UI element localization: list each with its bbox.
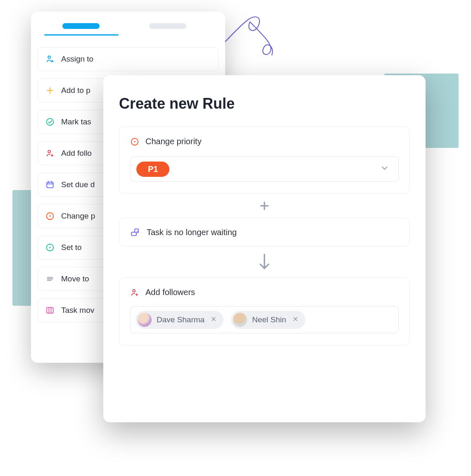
tab-inactive[interactable] — [149, 23, 186, 29]
set-to-icon — [45, 243, 55, 252]
action-label: Task mov — [61, 306, 94, 315]
tabs-bar — [38, 23, 219, 29]
change-priority-card: Change priority P1 — [119, 126, 410, 194]
svg-point-2 — [48, 150, 50, 153]
priority-select[interactable]: P1 — [130, 156, 399, 182]
avatar — [138, 313, 152, 327]
action-label: Move to — [61, 274, 89, 283]
calendar-icon — [45, 180, 55, 189]
action-label: Add to p — [61, 86, 90, 95]
add-followers-label: Add followers — [145, 288, 195, 297]
task-status-card[interactable]: Task is no longer waiting — [119, 218, 410, 247]
follower-chip: Neel Shin — [231, 311, 305, 329]
add-follower-icon — [130, 288, 139, 297]
move-icon — [45, 274, 55, 283]
action-label: Assign to — [61, 55, 93, 64]
remove-chip-icon[interactable] — [291, 315, 300, 324]
remove-chip-icon[interactable] — [209, 315, 218, 324]
svg-rect-3 — [47, 182, 53, 188]
check-circle-icon — [45, 117, 55, 126]
action-assign-to[interactable]: Assign to — [38, 47, 219, 71]
priority-icon — [45, 212, 55, 221]
change-priority-label: Change priority — [145, 137, 202, 146]
add-follower-icon — [45, 149, 55, 158]
svg-point-9 — [133, 289, 135, 292]
board-icon — [45, 306, 55, 315]
tab-active[interactable] — [62, 23, 100, 29]
waiting-icon — [130, 227, 140, 237]
add-step-connector — [119, 194, 410, 218]
action-label: Set to — [61, 243, 82, 252]
create-rule-panel: Create new Rule Change priority P1 Task … — [103, 75, 426, 422]
svg-point-1 — [47, 119, 54, 126]
svg-rect-6 — [47, 307, 53, 313]
action-label: Set due d — [61, 180, 95, 189]
avatar — [233, 313, 247, 327]
follower-chip: Dave Sharma — [136, 311, 224, 329]
action-label: Mark tas — [61, 117, 91, 126]
follower-name: Neel Shin — [252, 315, 286, 324]
priority-icon — [130, 137, 139, 146]
arrow-down-icon — [257, 252, 271, 271]
action-label: Change p — [61, 212, 95, 221]
follower-name: Dave Sharma — [157, 315, 205, 324]
add-followers-header: Add followers — [130, 288, 399, 297]
svg-rect-8 — [131, 232, 136, 236]
svg-point-0 — [48, 56, 50, 58]
chevron-down-icon — [380, 164, 389, 174]
action-label: Add follo — [61, 149, 92, 158]
followers-input[interactable]: Dave Sharma Neel Shin — [130, 306, 399, 333]
flow-arrow-connector — [119, 247, 410, 277]
task-status-label: Task is no longer waiting — [147, 228, 237, 237]
add-followers-card: Add followers Dave Sharma Neel Shin — [119, 277, 410, 345]
tab-underline — [44, 34, 119, 36]
plus-icon[interactable] — [258, 200, 271, 212]
create-rule-title: Create new Rule — [119, 95, 410, 112]
priority-badge: P1 — [136, 162, 169, 177]
assign-icon — [45, 55, 55, 64]
change-priority-header: Change priority — [130, 137, 399, 146]
plus-icon — [45, 86, 55, 95]
